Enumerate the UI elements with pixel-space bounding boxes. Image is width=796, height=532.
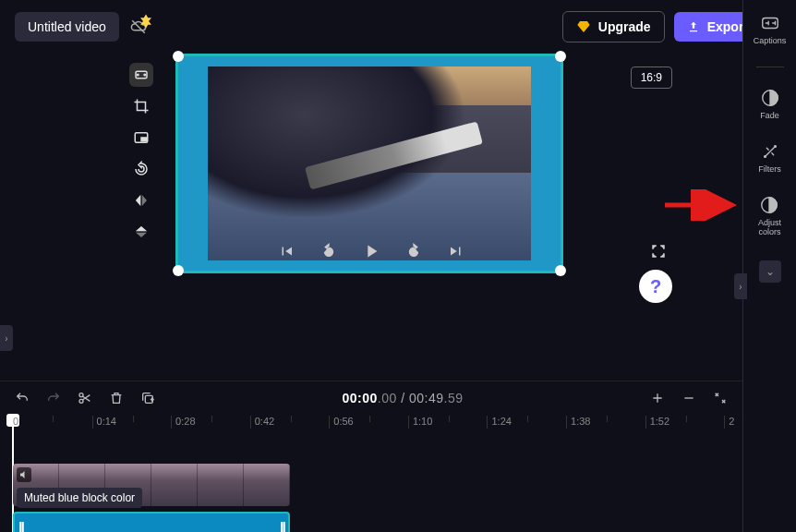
mute-indicator (17, 467, 31, 482)
delete-button[interactable] (107, 389, 126, 407)
sidebar-item-fade[interactable]: Fade (760, 88, 780, 121)
resize-handle-tl[interactable] (173, 51, 184, 62)
sidebar-collapse-button[interactable]: › (734, 273, 747, 299)
fullscreen-button[interactable] (648, 241, 669, 261)
help-icon: ? (650, 276, 661, 297)
time-sep: / (397, 391, 409, 405)
flip-v-icon (133, 224, 150, 240)
svg-point-7 (138, 74, 139, 76)
sidebar-item-adjust-colors[interactable]: Adjust colors (758, 195, 781, 237)
add-track-button[interactable] (648, 389, 667, 407)
scissors-icon (78, 391, 92, 405)
captions-icon (760, 13, 780, 33)
play-button[interactable] (361, 241, 381, 261)
play-icon (361, 241, 381, 261)
total-time: 00:49 (409, 391, 444, 405)
clip-trim-right[interactable]: || (280, 520, 284, 532)
ruler-tick: 0:28 (171, 416, 250, 429)
duplicate-icon: + (140, 391, 155, 405)
rotate-tool[interactable] (129, 157, 153, 181)
duplicate-button[interactable]: + (139, 389, 157, 407)
pip-tool[interactable] (129, 126, 153, 150)
sidebar-divider (756, 66, 784, 67)
project-title: Untitled video (28, 19, 106, 34)
forward-5-button[interactable]: 5 (404, 241, 424, 261)
skip-start-icon (278, 243, 295, 260)
sidebar-item-filters[interactable]: Filters (758, 141, 781, 175)
clip-tooltip: Muted blue block color (17, 488, 142, 508)
timeline-toolbar: + 00:00.00 / 00:49.59 (0, 381, 742, 416)
fit-icon (133, 66, 150, 83)
zoom-out-button[interactable] (680, 389, 698, 407)
plus-icon (650, 391, 665, 405)
fade-label: Fade (760, 112, 779, 121)
video-preview-frame (208, 66, 531, 260)
undo-button[interactable] (13, 389, 31, 407)
left-panel-expand[interactable]: › (0, 325, 13, 351)
adjust-colors-icon (759, 195, 779, 215)
svg-point-4 (774, 145, 776, 147)
ruler-tick: 1:52 (645, 416, 725, 429)
ruler-tick: 0:42 (250, 416, 330, 429)
diamond-icon (576, 19, 591, 34)
cloud-off-icon[interactable] (128, 17, 149, 37)
aspect-ratio-value: 16:9 (641, 71, 662, 84)
forward-icon: 5 (405, 243, 422, 260)
sidebar-expand-button[interactable]: ⌄ (759, 260, 781, 283)
clip-thumbnail (198, 464, 244, 506)
fit-timeline-button[interactable] (711, 389, 730, 407)
upgrade-button[interactable]: Upgrade (562, 11, 665, 42)
ruler-tick: 1:10 (408, 416, 488, 429)
minus-icon (681, 391, 696, 405)
flip-h-icon (133, 192, 150, 209)
filters-icon (760, 141, 780, 162)
crop-tool[interactable] (129, 94, 153, 118)
clip-thumbnail (151, 464, 198, 506)
fullscreen-icon (650, 243, 667, 260)
current-frames: .00 (378, 391, 397, 405)
ruler-tick: 2 (724, 416, 742, 429)
skip-end-button[interactable] (446, 241, 466, 261)
flip-vertical-tool[interactable] (129, 220, 153, 244)
ruler-tick: 0:14 (92, 416, 172, 429)
upgrade-label: Upgrade (598, 19, 651, 34)
rewind-icon: 5 (320, 243, 337, 260)
clip-thumbnail (244, 464, 290, 506)
fit-timeline-icon (713, 391, 728, 405)
premium-badge-icon (138, 13, 154, 30)
ruler-tick: 1:24 (487, 416, 566, 429)
ruler-tick: 1:38 (566, 416, 645, 429)
current-time: 00:00 (343, 391, 378, 405)
right-property-sidebar: Captions Fade Filters Adjust colors › ⌄ (742, 0, 796, 532)
crop-icon (133, 98, 150, 115)
captions-label: Captions (754, 37, 787, 46)
fit-tool[interactable] (129, 63, 153, 87)
redo-button[interactable] (44, 389, 63, 407)
color-clip[interactable]: || || (13, 512, 290, 532)
speaker-icon (18, 469, 30, 480)
clip-trim-left[interactable]: || (18, 520, 23, 532)
rewind-5-button[interactable]: 5 (319, 241, 339, 261)
svg-text:+: + (151, 396, 153, 402)
aspect-ratio-selector[interactable]: 16:9 (631, 66, 672, 89)
pip-icon (133, 129, 150, 146)
skip-start-button[interactable] (276, 241, 296, 261)
project-title-button[interactable]: Untitled video (15, 12, 119, 42)
svg-point-8 (144, 74, 146, 76)
svg-point-3 (764, 155, 766, 157)
filters-label: Filters (758, 165, 781, 175)
help-button[interactable]: ? (639, 270, 672, 303)
timeline-ruler[interactable]: 0 0:14 0:28 0:42 0:56 1:10 1:24 1:38 1:5… (0, 416, 742, 441)
rotate-icon (133, 161, 150, 177)
total-frames: .59 (444, 391, 464, 405)
undo-icon (15, 391, 30, 405)
ruler-tick: 0:56 (329, 416, 408, 429)
split-button[interactable] (76, 389, 94, 407)
transform-toolbar (129, 63, 153, 244)
fade-icon (760, 88, 780, 108)
upload-icon (687, 20, 700, 33)
resize-handle-tr[interactable] (555, 51, 566, 62)
flip-horizontal-tool[interactable] (129, 188, 153, 212)
sidebar-item-captions[interactable]: Captions (754, 13, 787, 46)
svg-rect-10 (141, 138, 146, 141)
